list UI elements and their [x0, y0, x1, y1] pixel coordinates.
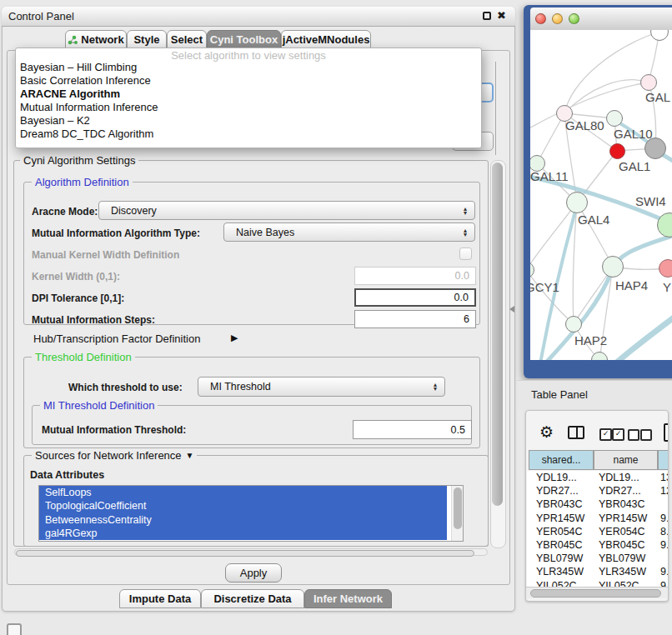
float-window-icon[interactable]	[483, 12, 491, 20]
spinner-arrows-icon: ▴▾	[464, 228, 467, 237]
close-traffic-light[interactable]	[535, 13, 546, 24]
list-vscrollbar-track[interactable]	[451, 486, 463, 541]
dpi-tolerance-field[interactable]	[354, 288, 476, 307]
group-border-fragment	[495, 62, 496, 155]
algorithm-option[interactable]: Mutual Information Inference	[20, 101, 158, 113]
algorithm-definition-title: Algorithm Definition	[32, 177, 133, 188]
kernel-width-field[interactable]	[354, 267, 476, 285]
show-all-columns-icon[interactable]: ✓	[599, 428, 612, 441]
column-header-partial[interactable]: A	[658, 450, 669, 470]
zoom-traffic-light[interactable]	[569, 13, 579, 24]
algorithm-option[interactable]: Dream8 DC_TDC Algorithm	[20, 128, 153, 140]
manual-kernel-checkbox[interactable]	[459, 248, 472, 260]
column-header-name[interactable]: name	[594, 450, 658, 470]
table-row[interactable]: YBR043CYBR043C	[527, 498, 669, 511]
application-root: Control Panel ✖ Network Style Select Cyn…	[0, 0, 672, 635]
spinner-arrows-icon: ▴▾	[434, 382, 437, 391]
control-panel-titlebar[interactable]	[2, 7, 515, 27]
algorithm-option[interactable]: Bayesian – K2	[20, 114, 90, 127]
tab-jactivemnodules[interactable]: jActiveMNodules	[281, 30, 371, 49]
tab-style[interactable]: Style	[127, 30, 167, 49]
minimize-traffic-light[interactable]	[552, 13, 563, 24]
table-hscrollbar-thumb[interactable]	[530, 589, 661, 598]
tab-network[interactable]: Network	[65, 30, 127, 49]
column-header-shared-name[interactable]: shared...	[529, 450, 594, 470]
table-hscrollbar-track[interactable]	[526, 587, 668, 598]
mi-threshold-field[interactable]	[353, 420, 472, 439]
table-row[interactable]: YDR27...YDR27...12	[527, 484, 669, 498]
tab-infer-network[interactable]: Infer Network	[304, 589, 392, 608]
settings-vscrollbar-thumb[interactable]	[492, 162, 503, 506]
network-node-salmon[interactable]	[659, 259, 672, 278]
algorithm-dropdown-prompt: Select algorithm to view settings	[15, 49, 482, 62]
list-item[interactable]: BetweennessCentrality	[39, 513, 447, 527]
collapse-down-icon: ▼	[186, 450, 194, 462]
network-node-gal10[interactable]	[606, 110, 623, 127]
control-panel-title: Control Panel	[8, 10, 74, 22]
threshold-definition-title: Threshold Definition	[32, 352, 135, 363]
column-header-label: name	[613, 454, 638, 466]
gear-icon[interactable]: ⚙	[539, 422, 554, 442]
tab-label: Style	[133, 33, 159, 46]
new-column-icon[interactable]	[664, 423, 669, 442]
node-label: HAP4	[615, 278, 648, 292]
settings-group-title: Cyni Algorithm Settings	[20, 155, 138, 167]
columns-icon[interactable]	[568, 426, 584, 439]
network-node-hap2[interactable]	[565, 316, 582, 332]
network-node-gal1[interactable]	[609, 143, 625, 159]
network-canvas[interactable]: GAL GAL80 GAL10 GAL1 GAL11 GAL4 SWI4 GCY…	[530, 30, 672, 360]
tab-label: Network	[81, 33, 123, 46]
mi-steps-field[interactable]	[354, 310, 476, 328]
mi-threshold-group-title: MI Threshold Definition	[40, 400, 158, 412]
hub-section-label[interactable]: Hub/Transcription Factor Definition	[33, 332, 200, 345]
algorithm-option-highlighted[interactable]: ARACNE Algorithm	[20, 88, 120, 100]
tab-label: Impute Data	[129, 592, 191, 605]
node-label: GCY1	[530, 280, 559, 294]
table-panel-title: Table Panel	[531, 388, 588, 401]
tab-impute-data[interactable]: Impute Data	[119, 589, 201, 608]
network-node-gal4[interactable]	[566, 192, 588, 213]
hide-all-columns-icon[interactable]	[628, 429, 639, 441]
tab-cyni-toolbox[interactable]: Cyni Toolbox	[207, 30, 281, 49]
which-threshold-select[interactable]: MI Threshold ▴▾	[198, 377, 445, 397]
column-header-label: shared...	[542, 454, 581, 466]
sources-group-title[interactable]: Sources for Network Inference ▼	[32, 450, 197, 462]
close-icon[interactable]: ✖	[497, 9, 506, 22]
node-label: Y	[663, 280, 671, 294]
tab-label: Infer Network	[313, 592, 383, 605]
list-item[interactable]: TopologicalCoefficient	[39, 499, 447, 512]
data-attributes-list: SelfLoops TopologicalCoefficient Between…	[38, 485, 464, 542]
aracne-mode-select[interactable]: Discovery ▴▾	[98, 201, 475, 220]
tab-label: jActiveMNodules	[283, 33, 370, 46]
algorithm-option[interactable]: Bayesian – Hill Climbing	[20, 61, 137, 73]
list-vscrollbar-thumb[interactable]	[454, 488, 462, 529]
algorithm-option[interactable]: Basic Correlation Inference	[20, 74, 151, 87]
list-item[interactable]: gal4RGexp	[39, 527, 447, 540]
dock-panel-icon[interactable]	[7, 623, 22, 635]
table-row[interactable]: YDL19...YDL19...13	[527, 471, 669, 484]
splitter-collapse-icon[interactable]	[509, 306, 514, 312]
tab-select[interactable]: Select	[167, 30, 207, 49]
table-row[interactable]: YER054CYER054C8.	[527, 525, 669, 538]
table-row[interactable]: YBL079WYBL079W	[527, 552, 669, 565]
table-row[interactable]: YBR045CYBR045C9.	[527, 538, 669, 552]
mi-type-select[interactable]: Naive Bayes ▴▾	[223, 222, 475, 242]
network-node-hap4[interactable]	[602, 256, 624, 278]
apply-button-label: Apply	[240, 567, 268, 579]
node-label: GAL4	[578, 212, 609, 227]
hide-all-columns-icon2[interactable]	[640, 429, 652, 441]
show-all-columns-icon2[interactable]: ✓	[612, 428, 624, 441]
mi-type-value: Naive Bayes	[236, 227, 294, 238]
tab-discretize-data[interactable]: Discretize Data	[201, 589, 304, 608]
apply-button[interactable]: Apply	[225, 563, 282, 582]
table-row[interactable]: YIL052CYIL052C9.	[527, 579, 669, 587]
network-node-gal[interactable]	[640, 74, 657, 91]
list-item[interactable]: SelfLoops	[39, 486, 447, 499]
table-rows: YDL19...YDL19...13 YDR27...YDR27...12 YB…	[527, 471, 669, 587]
settings-hscrollbar-thumb[interactable]	[16, 550, 474, 557]
table-row[interactable]: YLR345WYLR345W9.	[527, 565, 669, 578]
settings-hscrollbar-track[interactable]	[14, 548, 488, 556]
table-row[interactable]: YPR145WYPR145W9.	[527, 512, 669, 525]
collapse-right-icon[interactable]: ▶	[231, 332, 238, 343]
tab-label: Cyni Toolbox	[210, 33, 278, 46]
